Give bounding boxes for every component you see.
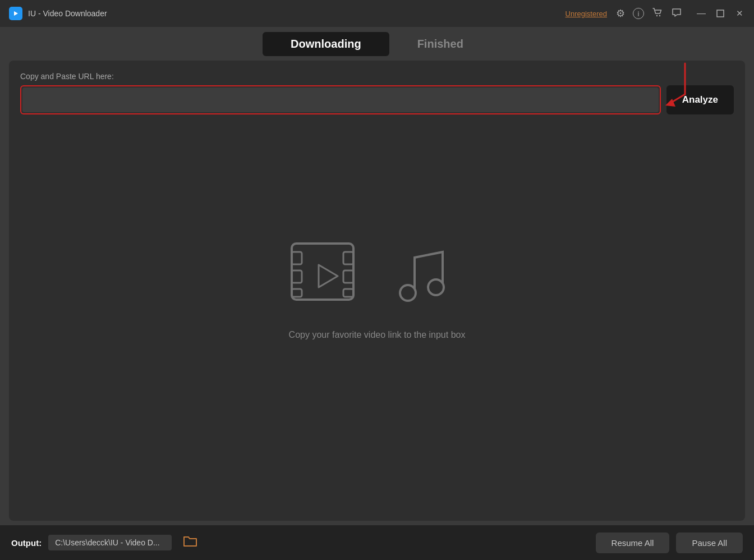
url-section: Copy and Paste URL here: Analyze <box>20 72 734 114</box>
url-input-wrapper <box>20 85 661 114</box>
unregistered-link[interactable]: Unregistered <box>566 10 607 18</box>
cart-icon[interactable] <box>652 7 663 21</box>
svg-rect-11 <box>343 289 353 297</box>
info-icon[interactable]: i <box>633 8 644 19</box>
resume-all-button[interactable]: Resume All <box>596 533 670 553</box>
music-icon <box>384 227 473 316</box>
empty-icons <box>281 227 473 316</box>
titlebar: IU - Video Downloader Unregistered ⚙ i — <box>0 0 754 27</box>
svg-point-14 <box>428 279 444 295</box>
svg-rect-6 <box>292 252 302 264</box>
titlebar-icons: ⚙ i <box>616 7 682 21</box>
footer: Output: Resume All Pause All <box>0 525 754 560</box>
chat-icon[interactable] <box>671 7 682 21</box>
film-icon <box>281 227 370 316</box>
app-icon <box>9 7 22 20</box>
titlebar-right: Unregistered ⚙ i — <box>566 7 745 21</box>
svg-point-2 <box>659 15 660 16</box>
main-content: Copy and Paste URL here: Analyze <box>9 61 745 521</box>
empty-state: Copy your favorite video link to the inp… <box>20 227 734 340</box>
empty-state-text: Copy your favorite video link to the inp… <box>289 330 466 340</box>
maximize-button[interactable] <box>715 8 726 19</box>
titlebar-left: IU - Video Downloader <box>9 7 107 20</box>
svg-rect-7 <box>292 270 302 283</box>
folder-button[interactable] <box>178 533 202 553</box>
url-input[interactable] <box>22 88 659 112</box>
settings-icon[interactable]: ⚙ <box>616 7 625 20</box>
svg-rect-9 <box>343 252 353 264</box>
analyze-button[interactable]: Analyze <box>666 85 734 114</box>
output-label: Output: <box>11 538 42 548</box>
url-label: Copy and Paste URL here: <box>20 72 734 81</box>
svg-marker-12 <box>319 265 338 287</box>
pause-all-button[interactable]: Pause All <box>676 533 743 553</box>
svg-point-13 <box>400 285 416 301</box>
svg-rect-10 <box>343 270 353 283</box>
svg-rect-3 <box>717 10 724 17</box>
close-button[interactable]: ✕ <box>734 8 745 19</box>
output-path-input[interactable] <box>48 535 172 550</box>
minimize-button[interactable]: — <box>696 8 707 19</box>
url-row: Analyze <box>20 85 734 114</box>
svg-rect-8 <box>292 289 302 297</box>
app-title: IU - Video Downloader <box>28 9 107 18</box>
svg-point-1 <box>656 15 658 16</box>
tab-finished[interactable]: Finished <box>389 32 491 56</box>
window-controls: — ✕ <box>696 8 745 19</box>
tab-bar: Downloading Finished <box>0 27 754 61</box>
tab-downloading[interactable]: Downloading <box>263 32 389 56</box>
